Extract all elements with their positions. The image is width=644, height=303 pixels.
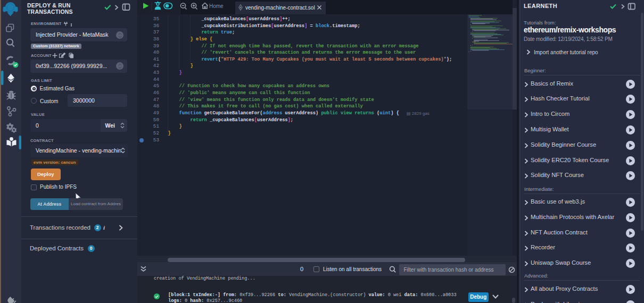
svg-text:Home: Home: [209, 3, 224, 9]
